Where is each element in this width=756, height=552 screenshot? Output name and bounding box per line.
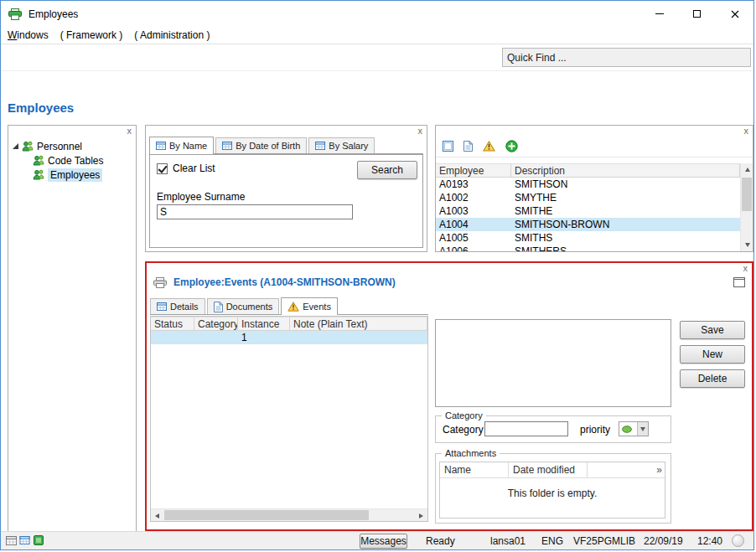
quick-find-input[interactable]	[502, 48, 751, 67]
cell-description: SMITHE	[511, 204, 740, 218]
tab-label: Documents	[226, 302, 273, 312]
clear-list-checkbox[interactable]: Clear List	[157, 163, 215, 174]
tree-item-label: Employees	[48, 168, 102, 182]
scroll-right-icon[interactable]	[415, 509, 427, 522]
tree-item-employees[interactable]: Employees	[8, 168, 136, 182]
results-table: Employee Description A0193 SMITHSON A100…	[436, 163, 740, 251]
table-row[interactable]: A1005 SMITHS	[436, 231, 740, 245]
column-header-name[interactable]: Name	[440, 462, 509, 477]
table-row-selected[interactable]: A1004 SMITHSON-BROWN	[436, 218, 740, 231]
status-time: 12:40	[697, 535, 722, 547]
group-label: Attachments	[442, 448, 500, 458]
cell-description: SMITHSON	[511, 178, 740, 191]
status-indicator	[732, 534, 744, 547]
table-row[interactable]: A0193 SMITHSON	[436, 178, 740, 191]
results-toolbar	[436, 126, 753, 157]
restore-icon[interactable]	[733, 277, 745, 287]
horizontal-scrollbar[interactable]	[151, 508, 427, 521]
menu-framework[interactable]: ( Framework )	[60, 29, 123, 41]
cell-status	[151, 331, 194, 344]
cell-note	[290, 331, 427, 344]
minimize-button[interactable]	[640, 1, 678, 27]
cell-employee: A0193	[436, 178, 511, 191]
priority-dropdown[interactable]	[619, 421, 649, 436]
messages-button[interactable]: Messages	[360, 534, 407, 549]
cell-description: SMITHSON-BROWN	[511, 218, 740, 231]
scrollbar-thumb[interactable]	[164, 510, 369, 520]
printer-icon[interactable]	[153, 277, 167, 288]
scroll-down-icon[interactable]	[741, 239, 753, 251]
scrollbar-thumb[interactable]	[742, 178, 752, 211]
table-row[interactable]: A1002 SMYTHE	[436, 191, 740, 204]
save-button[interactable]: Save	[680, 321, 745, 339]
category-input[interactable]	[484, 421, 568, 436]
main-toolbar	[1, 45, 753, 71]
tab-events[interactable]: Events	[281, 297, 338, 315]
column-header-instance[interactable]: Instance	[238, 317, 290, 330]
search-button[interactable]: Search	[357, 161, 417, 179]
vertical-scrollbar[interactable]	[740, 163, 753, 251]
events-grid-header-row: Status Category Instance Note (Plain Tex…	[151, 317, 427, 331]
column-header-employee[interactable]: Employee	[436, 164, 511, 177]
event-row-selected[interactable]: 1	[151, 331, 427, 344]
close-icon[interactable]: x	[127, 126, 132, 136]
details-view-icon[interactable]	[443, 141, 453, 152]
page-title: Employees	[8, 101, 74, 115]
document-icon[interactable]	[463, 141, 473, 152]
column-header-note[interactable]: Note (Plain Text)	[290, 317, 427, 330]
tree-item-code-tables[interactable]: Code Tables	[8, 153, 136, 168]
column-header-date-modified[interactable]: Date modified	[509, 462, 588, 477]
group-label: Category	[442, 410, 486, 420]
chevron-right-icon[interactable]: »	[656, 464, 665, 476]
tree-item-personnel[interactable]: Personnel	[8, 139, 136, 153]
scroll-up-icon[interactable]	[741, 163, 753, 176]
table-row[interactable]: A1006 SMITHERS	[436, 245, 740, 251]
note-text-area[interactable]	[435, 319, 671, 407]
attachments-list: Name Date modified » This folder is empt…	[439, 462, 665, 518]
status-language: ENG	[541, 535, 563, 547]
status-ready: Ready	[426, 535, 455, 547]
module-icon[interactable]	[34, 535, 44, 545]
tree-item-label: Code Tables	[48, 155, 104, 167]
column-header-status[interactable]: Status	[151, 317, 194, 330]
app-window: Employees Windows ( Framework ) ( Admini…	[0, 0, 754, 550]
scroll-left-icon[interactable]	[151, 509, 163, 522]
tab-by-date-of-birth[interactable]: By Date of Birth	[215, 137, 307, 153]
cell-employee: A1006	[436, 245, 511, 251]
tree-expander-icon[interactable]	[13, 143, 18, 149]
events-header: Employee:Events (A1004-SMITHSON-BROWN)	[153, 275, 745, 290]
maximize-button[interactable]	[678, 1, 716, 27]
column-header-category[interactable]: Category	[194, 317, 238, 330]
table-icon[interactable]	[19, 535, 30, 545]
results-header-row: Employee Description	[436, 163, 740, 178]
close-icon[interactable]: x	[743, 264, 748, 273]
tab-details[interactable]: Details	[150, 298, 205, 314]
tab-by-salary[interactable]: By Salary	[308, 137, 375, 153]
personnel-icon	[22, 141, 34, 152]
surname-label: Employee Surname	[157, 191, 245, 203]
close-button[interactable]	[716, 1, 753, 27]
close-icon[interactable]: x	[418, 126, 423, 136]
new-button[interactable]: New	[680, 345, 745, 364]
chevron-down-icon[interactable]	[637, 422, 648, 436]
app-icon	[8, 8, 22, 20]
close-icon[interactable]: x	[744, 126, 749, 136]
status-date: 22/09/19	[644, 535, 683, 547]
events-panel-title: Employee:Events (A1004-SMITHSON-BROWN)	[173, 276, 396, 288]
calendar-icon[interactable]	[6, 535, 17, 545]
employees-icon	[33, 169, 44, 180]
menu-administration[interactable]: ( Administration )	[134, 29, 210, 41]
column-header-description[interactable]: Description	[511, 164, 740, 177]
warning-icon[interactable]	[483, 141, 495, 152]
tab-documents[interactable]: Documents	[207, 298, 280, 314]
priority-level-icon	[622, 426, 632, 433]
add-icon[interactable]	[505, 140, 518, 152]
tab-by-name[interactable]: By Name	[149, 137, 214, 154]
grid-icon	[315, 141, 325, 151]
surname-input[interactable]	[157, 204, 353, 219]
menu-windows[interactable]: Windows	[8, 29, 49, 41]
table-row[interactable]: A1003 SMITHE	[436, 204, 740, 218]
delete-button[interactable]: Delete	[680, 369, 745, 388]
code-tables-icon	[33, 155, 44, 166]
empty-folder-text: This folder is empty.	[440, 488, 665, 499]
